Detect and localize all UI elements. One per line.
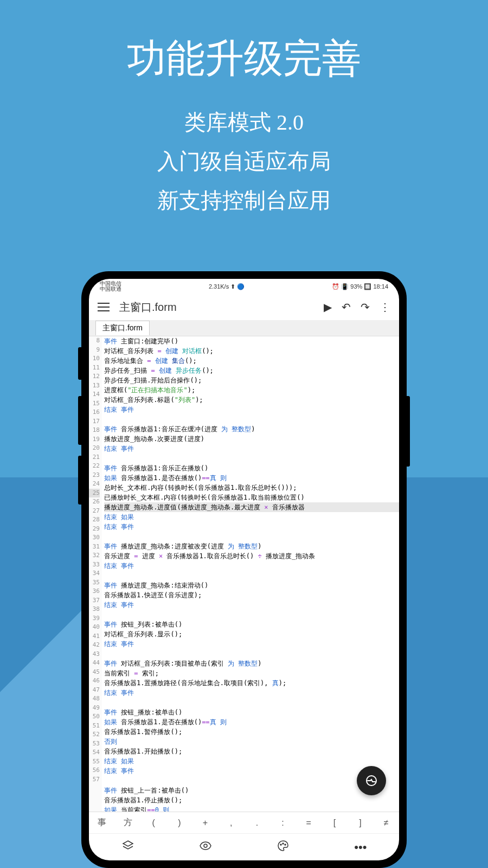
svg-point-1 bbox=[280, 844, 281, 845]
dots-icon[interactable]: ••• bbox=[354, 840, 367, 854]
status-bar: 中国电信 中国联通 2.31K/s ⬆ 🔵 ⏰ 📳 93% 🔲 18:14 bbox=[89, 279, 399, 294]
symbol-key[interactable]: ≠ bbox=[373, 818, 399, 828]
symbol-key[interactable]: ) bbox=[166, 818, 192, 828]
menu-icon[interactable] bbox=[98, 303, 110, 311]
symbol-key[interactable]: [ bbox=[322, 818, 348, 828]
layers-icon[interactable] bbox=[121, 839, 134, 856]
svg-point-3 bbox=[285, 844, 286, 845]
symbol-key[interactable]: = bbox=[296, 818, 322, 828]
fab-button[interactable] bbox=[357, 766, 386, 795]
phone-frame: 中国电信 中国联通 2.31K/s ⬆ 🔵 ⏰ 📳 93% 🔲 18:14 主窗… bbox=[81, 271, 407, 868]
symbol-key[interactable]: : bbox=[270, 818, 296, 828]
symbol-key[interactable]: 事 bbox=[89, 817, 115, 828]
symbol-key[interactable]: ( bbox=[140, 818, 166, 828]
symbol-key[interactable]: + bbox=[192, 818, 219, 828]
more-icon[interactable]: ⋮ bbox=[380, 301, 390, 314]
svg-point-0 bbox=[204, 844, 207, 847]
symbol-bar: 事方()+,.:=[]≠ bbox=[89, 812, 399, 833]
eye-icon[interactable] bbox=[199, 839, 212, 856]
tab-active[interactable]: 主窗口.form bbox=[95, 321, 150, 335]
play-icon[interactable]: ▶ bbox=[324, 301, 332, 314]
symbol-key[interactable]: 方 bbox=[115, 817, 141, 828]
app-bar: 主窗口.form ▶ ↶ ↷ ⋮ bbox=[89, 294, 399, 320]
redo-icon[interactable]: ↷ bbox=[361, 301, 370, 314]
hero-subtitle: 类库模式 2.0 入门级自适应布局 新支持控制台应用 bbox=[0, 103, 488, 220]
symbol-key[interactable]: , bbox=[218, 818, 244, 828]
code-editor[interactable]: 8910111213141516171819202122232425262728… bbox=[89, 336, 399, 812]
symbol-key[interactable]: ] bbox=[348, 818, 374, 828]
tab-bar: 主窗口.form bbox=[89, 320, 399, 336]
app-title: 主窗口.form bbox=[119, 300, 314, 315]
palette-icon[interactable] bbox=[277, 839, 290, 856]
bottom-nav: ••• bbox=[89, 833, 399, 860]
undo-icon[interactable]: ↶ bbox=[342, 301, 351, 314]
svg-point-2 bbox=[282, 843, 284, 844]
hero-title: 功能升级完善 bbox=[0, 33, 488, 85]
symbol-key[interactable]: . bbox=[244, 818, 270, 828]
